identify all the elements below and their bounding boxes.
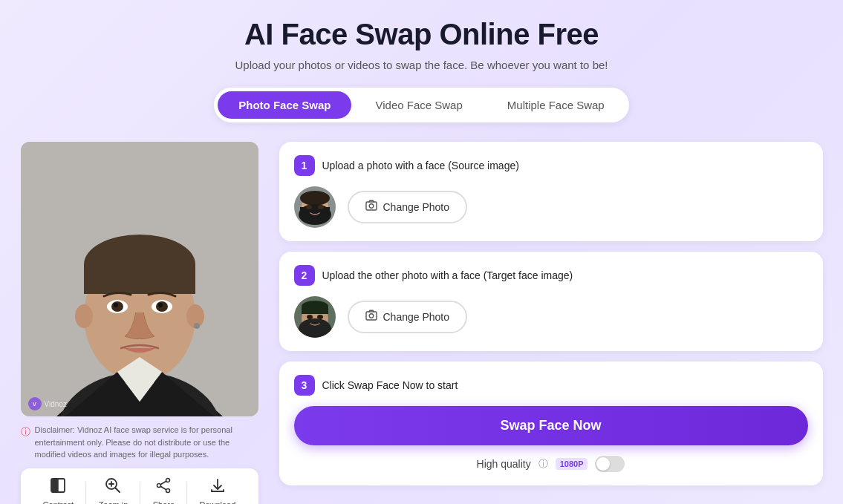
svg-point-24 (166, 488, 170, 492)
source-change-photo-icon (365, 200, 377, 215)
tab-photo-face-swap[interactable]: Photo Face Swap (218, 91, 351, 119)
disclaimer-text: Disclaimer: Vidnoz AI face swap service … (35, 424, 258, 461)
page-title: AI Face Swap Online Free (244, 18, 599, 51)
target-change-photo-button[interactable]: Change Photo (348, 301, 468, 333)
quality-info-icon: ⓘ (538, 457, 548, 471)
svg-rect-40 (302, 307, 328, 314)
quality-label: High quality (477, 458, 531, 470)
step-2-content: Change Photo (294, 296, 808, 338)
step-3-card: 3 Click Swap Face Now to start Swap Face… (279, 361, 823, 485)
preview-section: V Vidnoz ⓘ Disclaimer: Vidnoz AI face sw… (21, 142, 258, 504)
watermark-icon: V (28, 397, 42, 410)
disclaimer-icon: ⓘ (21, 425, 30, 439)
disclaimer: ⓘ Disclaimer: Vidnoz AI face swap servic… (21, 424, 258, 461)
zoom-in-icon (105, 477, 121, 497)
svg-point-30 (300, 191, 330, 206)
step-3-label: Click Swap Face Now to start (322, 379, 458, 391)
swap-face-now-button[interactable]: Swap Face Now (294, 406, 808, 445)
svg-point-16 (158, 303, 163, 307)
svg-point-34 (318, 205, 324, 209)
right-panel: 1 Upload a photo with a face (Source ima… (279, 142, 823, 485)
contrast-label: Contrast (43, 500, 74, 505)
step-3-header: 3 Click Swap Face Now to start (294, 375, 808, 396)
share-toolbar-item[interactable]: Share (144, 474, 183, 505)
target-change-photo-label: Change Photo (383, 311, 450, 323)
quality-badge: 1080P (556, 458, 588, 470)
step-2-card: 2 Upload the other photo with a face (Ta… (279, 252, 823, 351)
source-change-photo-label: Change Photo (383, 201, 450, 213)
step-1-badge: 1 (294, 155, 315, 176)
svg-point-10 (194, 323, 200, 329)
download-icon (209, 477, 226, 497)
zoom-in-toolbar-item[interactable]: Zoom in (90, 474, 137, 505)
quality-toggle[interactable] (595, 456, 625, 472)
watermark-text: Vidnoz (45, 400, 67, 408)
step-2-badge: 2 (294, 265, 315, 286)
svg-point-36 (369, 204, 374, 209)
step-2-header: 2 Upload the other photo with a face (Ta… (294, 265, 808, 286)
svg-point-23 (166, 478, 170, 482)
download-label: Download (199, 500, 235, 505)
share-label: Share (153, 500, 175, 505)
svg-point-8 (75, 304, 93, 328)
watermark: V Vidnoz (28, 397, 67, 410)
step-2-label: Upload the other photo with a face (Targ… (322, 269, 573, 281)
page-wrapper: AI Face Swap Online Free Upload your pho… (0, 0, 843, 504)
svg-point-15 (114, 303, 118, 307)
svg-line-26 (161, 481, 166, 485)
svg-rect-44 (366, 312, 377, 320)
svg-line-27 (161, 486, 166, 490)
svg-point-25 (157, 483, 161, 487)
main-content: V Vidnoz ⓘ Disclaimer: Vidnoz AI face sw… (21, 142, 823, 504)
preview-image-container: V Vidnoz (21, 142, 258, 416)
zoom-in-label: Zoom in (99, 500, 128, 505)
contrast-icon (50, 477, 66, 497)
svg-point-45 (369, 314, 374, 318)
tab-video-face-swap[interactable]: Video Face Swap (354, 91, 483, 119)
contrast-toolbar-item[interactable]: Contrast (34, 474, 83, 505)
svg-rect-7 (84, 264, 195, 294)
svg-line-20 (116, 488, 120, 492)
step-3-badge: 3 (294, 375, 315, 396)
toolbar-divider-3 (186, 482, 187, 504)
svg-point-43 (317, 315, 323, 319)
tabs-container: Photo Face Swap Video Face Swap Multiple… (214, 88, 628, 122)
svg-point-33 (306, 205, 312, 209)
source-avatar (294, 186, 336, 228)
share-icon (155, 477, 172, 497)
source-change-photo-button[interactable]: Change Photo (348, 191, 468, 223)
step-1-header: 1 Upload a photo with a face (Source ima… (294, 155, 808, 176)
step-1-card: 1 Upload a photo with a face (Source ima… (279, 142, 823, 241)
page-subtitle: Upload your photos or videos to swap the… (235, 59, 608, 71)
toggle-knob (596, 457, 610, 471)
step-1-content: Change Photo (294, 186, 808, 228)
tab-multiple-face-swap[interactable]: Multiple Face Swap (486, 91, 625, 119)
portrait-svg (21, 142, 258, 416)
step-1-label: Upload a photo with a face (Source image… (322, 160, 519, 171)
svg-rect-32 (300, 207, 330, 215)
bottom-toolbar: Contrast Zoom in (21, 468, 258, 505)
svg-point-42 (307, 315, 313, 319)
target-change-photo-icon (365, 310, 377, 324)
download-toolbar-item[interactable]: Download (190, 474, 244, 505)
toolbar-divider-1 (85, 482, 86, 504)
step-3-content: Swap Face Now High quality ⓘ 1080P (294, 406, 808, 472)
toolbar-divider-2 (140, 482, 140, 504)
quality-row: High quality ⓘ 1080P (294, 456, 808, 472)
target-avatar (294, 296, 336, 338)
svg-rect-35 (366, 202, 377, 210)
